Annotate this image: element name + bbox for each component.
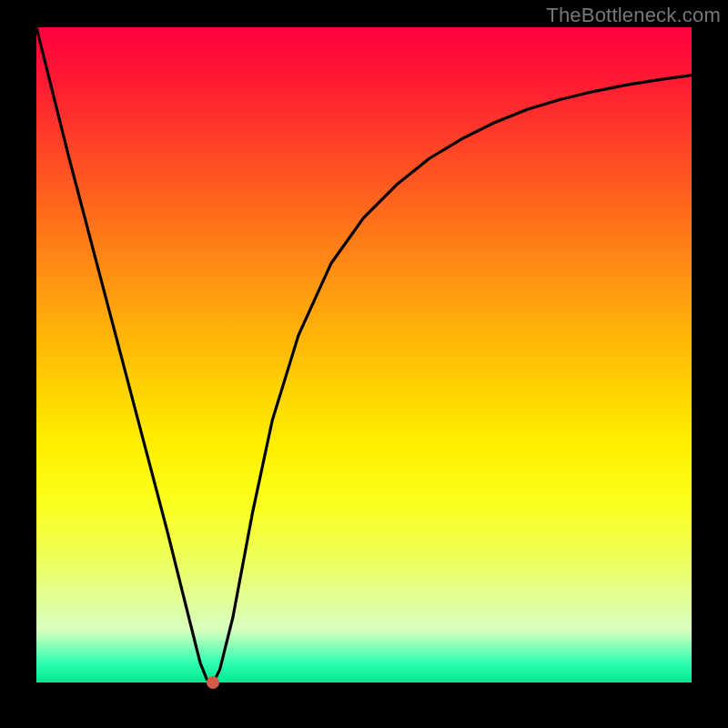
minimum-marker: [207, 676, 219, 689]
line-curve: [36, 27, 692, 682]
plot-area: [36, 27, 692, 682]
watermark-text: TheBottleneck.com: [546, 4, 721, 27]
chart-frame: TheBottleneck.com: [0, 0, 728, 728]
